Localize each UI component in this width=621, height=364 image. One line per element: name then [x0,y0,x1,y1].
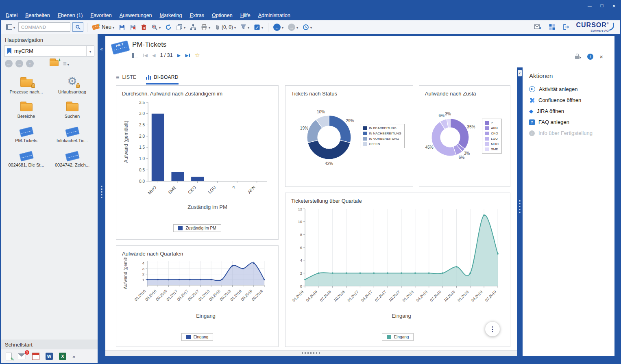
panel-toggle-button[interactable] [132,53,138,58]
hierarchy-button[interactable] [189,23,198,31]
quickstart-more-button[interactable] [72,353,75,360]
view-tabs: LISTE BI-BOARD [105,67,517,84]
sidebar-item-label: Suchen [65,114,80,119]
nav-up-button[interactable]: ↑ [26,60,34,67]
splitter-handle[interactable] [101,186,102,199]
filter-button[interactable] [239,23,251,31]
close-view-button[interactable] [599,53,603,60]
donut-legend: IN BEARBEITUNGIN NACHBEREITUNGIN VORBERE… [360,124,405,148]
splitter-handle[interactable] [519,200,521,213]
list-icon [116,75,119,79]
quickstart-word-button[interactable] [46,353,53,360]
sidebar-splitter[interactable] [98,34,105,363]
quickstart-mail-button[interactable]: 3 [18,353,26,359]
first-record-button[interactable] [143,53,148,58]
svg-text:07.2018: 07.2018 [429,290,442,303]
share-mail-button[interactable] [533,23,543,31]
more-options-fab[interactable] [485,322,500,336]
delete-button[interactable] [139,23,148,31]
sidebar-item-infokachel[interactable]: Infokachel-Tic... [49,124,95,143]
print-button[interactable] [200,23,211,31]
menu-datei[interactable]: Datei [6,13,17,18]
gear-icon [67,76,77,87]
collapse-sidebar-button[interactable] [98,46,105,52]
edit-layout-button[interactable] [253,23,264,31]
action-jira-oeffnen[interactable]: JIRA öffnen [529,106,608,117]
layout-toggle-button[interactable] [5,23,16,31]
view-menu-button[interactable] [63,60,69,67]
dashboard-tiles-button[interactable] [548,23,556,31]
menu-extras[interactable]: Extras [190,13,204,18]
search-options-button[interactable] [150,23,162,31]
info-button[interactable] [587,54,593,60]
history-button[interactable] [301,23,313,31]
close-button[interactable] [608,1,620,11]
svg-text:3: 3 [142,266,144,271]
navigate-back-button[interactable]: ← [272,23,285,32]
new-record-button[interactable]: + Neu [91,23,115,31]
workspace-select[interactable]: myCRM [4,46,94,56]
sidebar-item-pm-tickets[interactable]: PM-Tickets [3,124,49,143]
svg-text:01.2016: 01.2016 [133,289,146,302]
confluence-icon [529,98,535,103]
command-input[interactable] [18,22,70,32]
sidebar-item-0024681[interactable]: 0024681, Die St... [3,148,49,167]
action-faq-anlegen[interactable]: FAQ anlegen [529,117,608,128]
close-icon [612,2,616,9]
quickstart-note-button[interactable] [6,353,12,360]
sidebar-item-bereiche[interactable]: Bereiche [3,99,49,119]
chart-card-tickets-status: Tickets nach Status 29%42%19%10% IN BEAR… [285,85,413,187]
lock-button[interactable] [575,53,581,60]
sidebar-item-label: Bereiche [17,114,35,119]
action-label: FAQ anlegen [538,119,569,125]
menu-favoriten[interactable]: Favoriten [91,13,112,18]
minimize-button[interactable] [584,1,596,11]
quickstart-calendar-button[interactable] [32,353,39,360]
sidebar-item-0024742[interactable]: 0024742, Zeich... [49,148,95,167]
navigate-forward-button[interactable]: → [287,23,299,32]
menu-optionen[interactable]: Optionen [212,13,233,18]
next-record-button[interactable] [177,53,181,58]
scrollbar-handle[interactable] [302,352,320,354]
copy-button[interactable] [175,23,187,31]
horizontal-scrollbar[interactable] [105,350,517,356]
command-search-button[interactable] [72,22,83,32]
nav-forward-button[interactable]: → [15,60,23,67]
previous-record-button[interactable] [152,53,155,58]
menu-marketing[interactable]: Marketing [160,13,182,18]
action-aktivitaet-anlegen[interactable]: Aktivität anlegen [529,84,608,95]
new-ticket-icon [92,24,100,30]
sidebar-item-suchen[interactable]: Suchen [49,99,95,119]
menu-auswertungen[interactable]: Auswertungen [120,13,152,18]
exit-button[interactable] [562,23,571,31]
action-confluence-oeffnen[interactable]: Confluence öffnen [529,95,608,106]
quickstart-excel-button[interactable] [59,353,66,360]
new-folder-button[interactable]: + [50,60,59,67]
discard-changes-button[interactable] [129,23,137,31]
svg-text:2.0: 2.0 [139,134,145,139]
sidebar-item-urlaubsantrag[interactable]: Urlaubsantrag [49,75,95,94]
save-button[interactable] [118,23,126,31]
actions-splitter[interactable] [517,67,523,356]
menubar: Datei Bearbeiten Ebenen (1) Favoriten Au… [1,11,620,20]
menu-hilfe[interactable]: Hilfe [240,13,251,18]
last-record-button[interactable] [185,53,190,58]
sidebar-item-prozesse[interactable]: Prozesse nach... [3,75,49,94]
ticket-icon [65,126,80,137]
bar-chart-icon [146,75,151,80]
tab-bi-board[interactable]: BI-BOARD [146,74,178,84]
kebab-menu-icon [489,325,496,334]
tab-liste[interactable]: LISTE [116,74,136,84]
maximize-button[interactable] [596,1,608,11]
refresh-button[interactable] [164,23,173,31]
favorite-button[interactable] [194,52,200,59]
menu-administration[interactable]: Administration [258,13,290,18]
area-chart-svg: 02468101201.201604.201607.201610.201601.… [290,205,503,332]
attachments-button[interactable]: (0, 0) [214,23,237,31]
collapse-actions-button[interactable] [518,70,522,76]
chart-title: Ticketerstellung über Quartale [291,198,505,204]
nav-back-button[interactable]: ← [5,60,13,67]
paperclip-icon [215,24,220,30]
menu-bearbeiten[interactable]: Bearbeiten [25,13,50,18]
menu-ebenen[interactable]: Ebenen (1) [58,13,83,18]
